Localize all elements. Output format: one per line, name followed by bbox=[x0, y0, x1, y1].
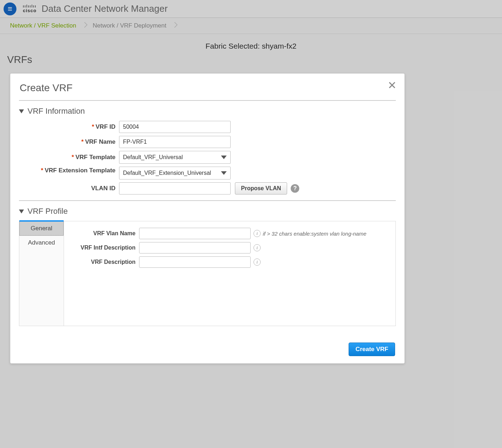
vlan-id-label: VLAN ID bbox=[91, 185, 115, 192]
vlan-id-input[interactable] bbox=[119, 182, 231, 195]
vrf-intf-desc-label: VRF Intf Description bbox=[71, 245, 139, 251]
help-icon[interactable]: ? bbox=[291, 184, 299, 193]
vrf-template-select[interactable]: Default_VRF_Universal bbox=[119, 151, 231, 164]
propose-vlan-button[interactable]: Propose VLAN bbox=[235, 182, 287, 195]
vrf-vlan-name-input[interactable] bbox=[139, 228, 251, 239]
info-icon[interactable]: i bbox=[254, 230, 261, 237]
info-icon[interactable]: i bbox=[254, 244, 261, 251]
section-vrf-information[interactable]: VRF Information bbox=[19, 107, 396, 116]
create-vrf-button[interactable]: Create VRF bbox=[349, 343, 395, 356]
divider bbox=[19, 200, 396, 201]
vrf-template-label: VRF Template bbox=[75, 154, 115, 161]
vrf-ext-template-label: VRF Extension Template bbox=[45, 167, 115, 174]
tab-general[interactable]: General bbox=[19, 221, 64, 236]
vrf-vlan-name-label: VRF Vlan Name bbox=[71, 230, 139, 237]
caret-down-icon bbox=[19, 109, 24, 113]
create-vrf-dialog: Create VRF ✕ VRF Information *VRF ID *VR… bbox=[10, 73, 405, 364]
caret-down-icon bbox=[19, 210, 24, 213]
profile-panel: VRF Vlan Name i if > 32 chars enable:sys… bbox=[64, 221, 396, 326]
divider bbox=[19, 100, 396, 101]
vrf-id-label: VRF ID bbox=[95, 123, 115, 130]
vrf-desc-input[interactable] bbox=[139, 256, 251, 268]
vrf-ext-template-value: Default_VRF_Extension_Universal bbox=[123, 170, 211, 176]
chevron-down-icon bbox=[221, 156, 227, 159]
vrf-desc-label: VRF Description bbox=[71, 259, 139, 265]
chevron-down-icon bbox=[221, 171, 227, 175]
vrf-ext-template-select[interactable]: Default_VRF_Extension_Universal bbox=[119, 167, 231, 179]
vrf-id-input[interactable] bbox=[119, 121, 231, 133]
section-label: VRF Profile bbox=[28, 207, 68, 216]
dialog-title: Create VRF bbox=[20, 82, 396, 94]
vrf-name-input[interactable] bbox=[119, 136, 231, 148]
vrf-name-label: VRF Name bbox=[85, 138, 115, 145]
vrf-template-value: Default_VRF_Universal bbox=[123, 154, 183, 161]
section-vrf-profile[interactable]: VRF Profile bbox=[19, 207, 396, 216]
profile-tabs: General Advanced bbox=[19, 221, 64, 326]
tab-advanced[interactable]: Advanced bbox=[19, 236, 64, 250]
vlan-name-hint: if > 32 chars enable:system vlan long-na… bbox=[263, 231, 366, 237]
vrf-intf-desc-input[interactable] bbox=[139, 242, 251, 253]
close-icon[interactable]: ✕ bbox=[388, 80, 397, 91]
section-label: VRF Information bbox=[28, 107, 85, 116]
info-icon[interactable]: i bbox=[254, 259, 261, 266]
